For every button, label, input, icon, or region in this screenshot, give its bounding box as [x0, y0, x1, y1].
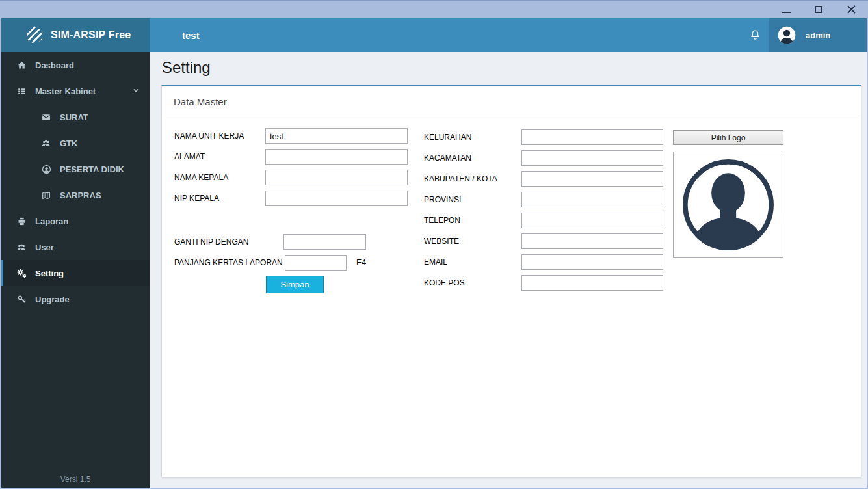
app-window: SIM-ARSIP Free test — [0, 0, 868, 489]
notifications-button[interactable] — [741, 18, 769, 52]
nama-unit-kerja-input[interactable] — [265, 128, 408, 144]
provinsi-input[interactable] — [521, 192, 663, 207]
minimize-icon — [782, 12, 791, 13]
envelope-icon — [40, 112, 52, 122]
sidebar-item-master-kabinet[interactable]: Master Kabinet — [1, 78, 150, 104]
brand-title: SIM-ARSIP Free — [51, 29, 131, 41]
field-label-provinsi: PROVINSI — [424, 192, 461, 207]
pilih-logo-button[interactable]: Pilih Logo — [673, 130, 783, 145]
sidebar-item-setting[interactable]: Setting — [1, 260, 150, 286]
logo-placeholder-avatar-icon — [679, 155, 778, 254]
sidebar-item-label: Upgrade — [35, 295, 70, 304]
bell-icon — [749, 29, 761, 42]
email-input[interactable] — [521, 254, 663, 270]
gears-icon — [16, 268, 27, 278]
field-label-nama-unit-kerja: NAMA UNIT KERJA — [174, 128, 244, 144]
sidebar-item-label: Setting — [35, 269, 64, 278]
field-label-website: WEBSITE — [424, 233, 459, 249]
main-content: Setting Data Master NAMA UNIT KERJA ALAM… — [150, 52, 867, 488]
sidebar: Dasboard Master Kabinet SURAT — [1, 52, 150, 488]
users-icon — [16, 243, 27, 252]
chevron-down-icon — [131, 86, 140, 95]
field-label-email: EMAIL — [424, 254, 447, 270]
data-master-panel: Data Master NAMA UNIT KERJA ALAMAT NAMA … — [161, 85, 861, 477]
list-icon — [16, 86, 27, 96]
kelurahan-input[interactable] — [521, 129, 663, 145]
telepon-input[interactable] — [521, 213, 663, 228]
field-label-kabupaten-kota: KABUPATEN / KOTA — [424, 171, 497, 187]
field-label-kelurahan: KELURAHAN — [424, 129, 471, 145]
close-button[interactable] — [846, 5, 856, 15]
maximize-icon — [815, 6, 822, 13]
brand-area: SIM-ARSIP Free — [1, 18, 150, 52]
kode-pos-input[interactable] — [521, 275, 663, 291]
sidebar-item-label: GTK — [60, 139, 77, 148]
map-icon — [40, 191, 52, 200]
user-avatar-icon — [777, 25, 796, 45]
alamat-input[interactable] — [265, 149, 408, 165]
field-label-telepon: TELEPON — [424, 213, 460, 228]
field-label-alamat: ALAMAT — [174, 149, 205, 165]
field-label-nama-kepala: NAMA KEPALA — [174, 170, 228, 185]
logo-preview-box — [673, 152, 783, 258]
sidebar-item-peserta-didik[interactable]: PESERTA DIDIK — [1, 156, 150, 182]
maximize-button[interactable] — [813, 5, 824, 15]
top-navbar: test — [150, 18, 867, 52]
close-icon — [847, 5, 856, 14]
content-layout: Dasboard Master Kabinet SURAT — [1, 52, 867, 488]
home-icon — [16, 60, 27, 70]
ganti-nip-input[interactable] — [283, 234, 366, 250]
paper-size-suffix: F4 — [356, 255, 366, 271]
field-label-ganti-nip: GANTI NIP DENGAN — [174, 234, 248, 250]
page-title: Setting — [162, 59, 861, 77]
sidebar-item-surat[interactable]: SURAT — [1, 104, 150, 130]
sidebar-item-dasboard[interactable]: Dasboard — [1, 52, 150, 78]
window-body: SIM-ARSIP Free test — [0, 18, 868, 489]
sidebar-item-label: PESERTA DIDIK — [60, 165, 124, 174]
user-menu[interactable]: admin — [769, 18, 867, 52]
sidebar-item-label: Master Kabinet — [35, 86, 96, 96]
navbar-page-title: test — [182, 30, 200, 41]
sidebar-item-label: User — [35, 243, 54, 252]
username-label: admin — [806, 31, 830, 40]
sidebar-item-gtk[interactable]: GTK — [1, 130, 150, 156]
simpan-button[interactable]: Simpan — [266, 276, 324, 293]
user-circle-icon — [40, 165, 52, 174]
nip-kepala-input[interactable] — [265, 191, 408, 206]
sidebar-item-sarpras[interactable]: SARPRAS — [1, 182, 150, 208]
key-icon — [16, 295, 27, 304]
field-label-kode-pos: KODE POS — [424, 275, 465, 291]
striped-hexagon-logo-icon — [25, 25, 44, 45]
titlebar — [0, 0, 868, 18]
minimize-button[interactable] — [781, 5, 791, 15]
website-input[interactable] — [521, 233, 663, 249]
field-label-panjang-kertas: PANJANG KERTAS LAPORAN — [174, 255, 283, 271]
users-icon — [40, 139, 52, 148]
printer-icon — [16, 217, 27, 226]
sidebar-item-label: SARPRAS — [60, 191, 101, 200]
kacamatan-input[interactable] — [521, 150, 663, 166]
app-header: SIM-ARSIP Free test — [1, 18, 867, 52]
sidebar-item-label: SURAT — [60, 112, 88, 122]
panjang-kertas-input[interactable] — [285, 255, 347, 271]
sidebar-item-laporan[interactable]: Laporan — [1, 208, 150, 234]
field-label-kacamatan: KACAMATAN — [424, 150, 471, 166]
version-label: Versi 1.5 — [1, 475, 150, 484]
sidebar-item-upgrade[interactable]: Upgrade — [1, 286, 150, 312]
nama-kepala-input[interactable] — [265, 170, 408, 185]
field-label-nip-kepala: NIP KEPALA — [174, 191, 219, 206]
sidebar-item-user[interactable]: User — [1, 234, 150, 260]
kabupaten-kota-input[interactable] — [521, 171, 663, 187]
panel-title: Data Master — [162, 86, 861, 116]
sidebar-item-label: Dasboard — [35, 60, 74, 70]
sidebar-item-label: Laporan — [35, 217, 68, 226]
